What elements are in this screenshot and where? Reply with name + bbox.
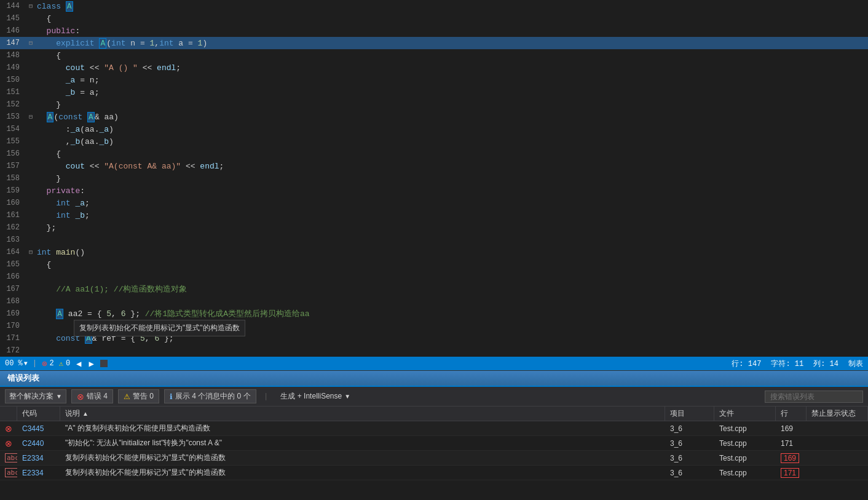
code-line-150: 150 _a = n; [0,74,868,86]
code-line-154: 154 :_a(aa._a) [0,123,868,135]
row4-desc-cell: 复制列表初始化不能使用标记为"显式"的构造函数 [60,466,665,480]
col-line-label: 行 [781,408,788,419]
col-header-line[interactable]: 行 [776,407,807,421]
code-line-169: 169 A aa2 = { 5, 6 }; //将1隐式类型转化成A类型然后拷贝… [0,308,868,320]
scroll-range[interactable] [100,360,108,367]
line-gutter[interactable]: ⊟ [25,2,37,10]
row2-error-icon: ⊗ [5,438,12,448]
error-panel-toolbar: 整个解决方案 ▼ ⊗ 错误 4 ⚠ 警告 0 ℹ 展示 4 个消息中的 0 个 … [0,387,868,407]
code-line-163: 163 [0,234,868,246]
col-header-suppress[interactable]: 禁止显示状态 [807,407,868,421]
nav-forward[interactable]: ▶ [88,359,95,369]
code-line-147: 147 ⊟ explicit A(int n = 1,int a = 1) [0,37,868,49]
code-line-144: 144 ⊟ class A [0,0,868,12]
error-count: 2 [49,359,53,368]
error-row-2[interactable]: ⊗ C2440 "初始化": 无法从"initializer list"转换为"… [0,436,868,451]
code-line-148: 148 { [0,49,868,62]
row3-desc-cell: 复制列表初始化不能使用标记为"显式"的构造函数 [60,451,665,465]
row2-suppress-cell [807,436,868,450]
error-panel-header: 错误列表 [0,371,868,387]
code-line-155: 155 ,_b(aa._b) [0,135,868,148]
error-row-3[interactable]: abc E2334 复制列表初始化不能使用标记为"显式"的构造函数 3_6 Te… [0,451,868,466]
build-btn-label: 生成 + IntelliSense [280,391,342,402]
error-filter-icon: ⊗ [77,392,84,402]
error-row-4[interactable]: abc E2334 复制列表初始化不能使用标记为"显式"的构造函数 3_6 Te… [0,466,868,480]
code-line-149: 149 cout << "A () " << endl; [0,62,868,74]
col-header-project[interactable]: 项目 [665,407,714,421]
scope-label: 整个解决方案 [9,391,53,402]
code-line-158: 158 } [0,172,868,185]
code-line-167: 167 //A aa1(1); //构造函数构造对象 [0,283,868,295]
row4-suppress-cell [807,466,868,480]
row2-project-cell: 3_6 [665,436,714,450]
col-project-label: 项目 [670,408,685,419]
col-desc-sort: ▲ [82,410,89,417]
char-info: 字符: 11 [771,359,803,369]
error-badge[interactable]: ⊗ 2 [42,359,54,369]
code-line-160: 160 int _a; [0,197,868,209]
info-filter-icon: ℹ [170,392,173,401]
search-errors-input[interactable] [765,391,863,403]
info-filter-btn[interactable]: ℹ 展示 4 个消息中的 0 个 [164,389,256,403]
row1-error-icon: ⊗ [5,424,12,434]
zoom-control[interactable]: 00 % ▼ [5,359,28,368]
code-line-159: 159 private: [0,185,868,197]
code-line-153: 153 ⊟ A(const A& aa) [0,111,868,123]
row2-code-cell: C2440 [17,436,60,450]
error-row-1[interactable]: ⊗ C3445 "A" 的复制列表初始化不能使用显式构造函数 3_6 Test.… [0,421,868,436]
nav-back[interactable]: ◀ [75,359,82,369]
warning-filter-btn[interactable]: ⚠ 警告 0 [118,389,159,403]
status-bar: 00 % ▼ | ⊗ 2 ⚠ 0 ◀ ▶ 行: 147 字符: 11 列: 14… [0,357,868,370]
code-line-172: 172 [0,344,868,357]
col-info: 列: 14 [813,359,838,369]
error-filter-label: 错误 4 [87,391,108,402]
code-line-145: 145 { [0,12,868,25]
code-line-165: 165 { [0,258,868,271]
code-line-156: 156 { [0,148,868,160]
row4-code-cell: E2334 [17,466,60,480]
row1-file-cell: Test.cpp [714,421,776,435]
col-header-code[interactable]: 代码 [17,407,60,421]
error-table-header: 代码 说明 ▲ 项目 文件 行 禁止显示状态 [0,407,868,421]
row2-file-cell: Test.cpp [714,436,776,450]
row3-line-cell: 169 [776,451,807,465]
warning-count: 0 [66,359,70,368]
col-file-label: 文件 [719,408,734,419]
row3-suppress-cell [807,451,868,465]
zoom-dropdown-icon[interactable]: ▼ [24,360,28,367]
col-code-label: 代码 [22,408,37,419]
warning-filter-label: 警告 0 [133,391,154,402]
error-filter-btn[interactable]: ⊗ 错误 4 [71,389,113,403]
row1-desc-cell: "A" 的复制列表初始化不能使用显式构造函数 [60,421,665,435]
row4-file-cell: Test.cpp [714,466,776,480]
code-line-164: 164 ⊟ int main() [0,246,868,258]
warning-badge[interactable]: ⚠ 0 [59,359,70,368]
info-filter-label: 展示 4 个消息中的 0 个 [175,391,251,402]
tooltip-box: 复制列表初始化不能使用标记为"显式"的构造函数 [74,320,245,336]
col-suppress-label: 禁止显示状态 [811,408,856,419]
col-header-desc[interactable]: 说明 ▲ [60,407,665,421]
zoom-level: 00 % [5,359,23,368]
row4-line-cell: 171 [776,466,807,480]
error-icon: ⊗ [42,359,47,369]
scope-dropdown[interactable]: 整个解决方案 ▼ [5,389,66,403]
row4-icon-cell: abc [0,466,17,480]
row3-error-icon: abc [5,453,17,462]
warning-filter-icon: ⚠ [124,392,130,401]
row3-file-cell: Test.cpp [714,451,776,465]
mode-info: 制表 [848,359,863,369]
row1-line-cell: 169 [776,421,807,435]
row2-icon-cell: ⊗ [0,436,17,450]
warning-icon: ⚠ [59,359,63,368]
code-line-162: 162 }; [0,221,868,234]
code-line-157: 157 cout << "A(const A& aa)" << endl; [0,160,868,172]
build-intellisense-btn[interactable]: 生成 + IntelliSense ▼ [275,390,355,403]
editor-area: 144 ⊟ class A 145 { 146 public: 147 ⊟ ex… [0,0,868,357]
line-content: class A [37,2,868,11]
code-line-168: 168 [0,295,868,308]
row1-project-cell: 3_6 [665,421,714,435]
col-header-file[interactable]: 文件 [714,407,776,421]
code-line-166: 166 [0,271,868,283]
code-line-146: 146 public: [0,25,868,37]
col-desc-label: 说明 [65,408,80,419]
